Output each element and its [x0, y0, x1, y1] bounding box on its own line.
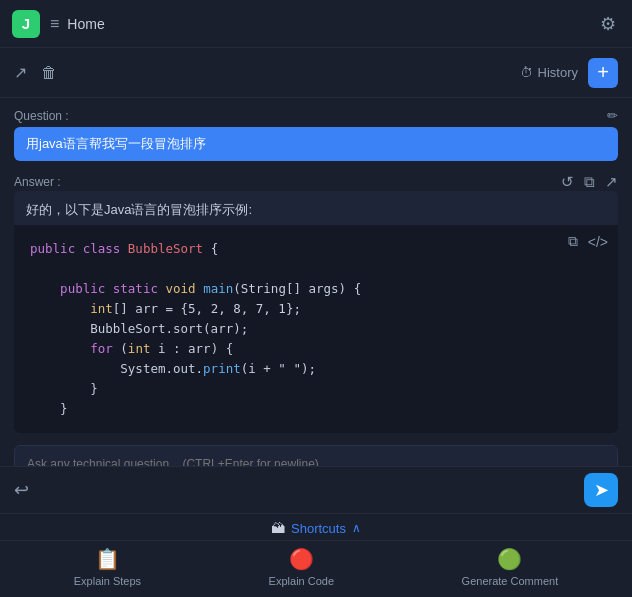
history-icon: ⏱	[520, 65, 533, 80]
refresh-icon[interactable]: ↺	[561, 173, 574, 191]
action-bar-right: ⏱ History +	[520, 58, 618, 88]
explain-steps-label: Explain Steps	[74, 575, 141, 587]
explain-steps-button[interactable]: 📋 Explain Steps	[74, 547, 141, 587]
code-toolbar: ⧉ </>	[568, 233, 608, 250]
edit-icon[interactable]: ✏	[607, 108, 618, 123]
bottom-bar: ↩ ➤	[0, 466, 632, 513]
generate-comment-icon: 🟢	[497, 547, 522, 571]
main-content: Question : ✏ 用java语言帮我写一段冒泡排序 Answer : ↺…	[0, 98, 632, 466]
generate-comment-label: Generate Comment	[462, 575, 559, 587]
explain-code-label: Explain Code	[269, 575, 334, 587]
input-area[interactable]	[14, 445, 618, 466]
question-input[interactable]	[27, 457, 605, 466]
question-label-row: Question : ✏	[14, 108, 618, 123]
answer-label-row: Answer : ↺ ⧉ ↗	[14, 173, 618, 191]
share-answer-icon[interactable]: ↗	[605, 173, 618, 191]
answer-section: Answer : ↺ ⧉ ↗ 好的，以下是Java语言的冒泡排序示例: ⧉ </…	[14, 169, 618, 433]
answer-label: Answer :	[14, 175, 61, 189]
question-label: Question :	[14, 109, 69, 123]
logo: J	[12, 10, 40, 38]
history-button[interactable]: ⏱ History	[520, 65, 578, 80]
shortcuts-bar[interactable]: 🏔 Shortcuts ∧	[0, 513, 632, 540]
shortcuts-mountain-icon: 🏔	[271, 520, 285, 536]
history-label: History	[538, 65, 578, 80]
action-bar-left: ↗ 🗑	[14, 63, 57, 82]
page-title: Home	[67, 16, 596, 32]
code-raw-button[interactable]: </>	[588, 234, 608, 250]
share-button[interactable]: ↗	[14, 63, 27, 82]
explain-steps-icon: 📋	[95, 547, 120, 571]
explain-code-icon: 🔴	[289, 547, 314, 571]
question-text: 用java语言帮我写一段冒泡排序	[14, 127, 618, 161]
copy-icon[interactable]: ⧉	[584, 173, 595, 191]
question-section: Question : ✏ 用java语言帮我写一段冒泡排序	[14, 108, 618, 161]
generate-comment-button[interactable]: 🟢 Generate Comment	[462, 547, 559, 587]
answer-icons: ↺ ⧉ ↗	[561, 173, 618, 191]
menu-icon[interactable]: ≡	[50, 15, 59, 33]
shortcuts-label: Shortcuts	[291, 521, 346, 536]
send-button[interactable]: ➤	[584, 473, 618, 507]
explain-code-button[interactable]: 🔴 Explain Code	[269, 547, 334, 587]
code-content: public class BubbleSort { public static …	[30, 239, 602, 419]
undo-button[interactable]: ↩	[14, 479, 29, 501]
code-block: ⧉ </> public class BubbleSort { public s…	[14, 225, 618, 433]
header: J ≡ Home ⚙	[0, 0, 632, 48]
answer-intro: 好的，以下是Java语言的冒泡排序示例:	[14, 191, 618, 225]
code-copy-button[interactable]: ⧉	[568, 233, 578, 250]
settings-button[interactable]: ⚙	[596, 9, 620, 39]
delete-button[interactable]: 🗑	[41, 64, 57, 82]
chevron-up-icon: ∧	[352, 521, 361, 535]
add-button[interactable]: +	[588, 58, 618, 88]
action-bar: ↗ 🗑 ⏱ History +	[0, 48, 632, 98]
footer-shortcuts: 📋 Explain Steps 🔴 Explain Code 🟢 Generat…	[0, 540, 632, 597]
